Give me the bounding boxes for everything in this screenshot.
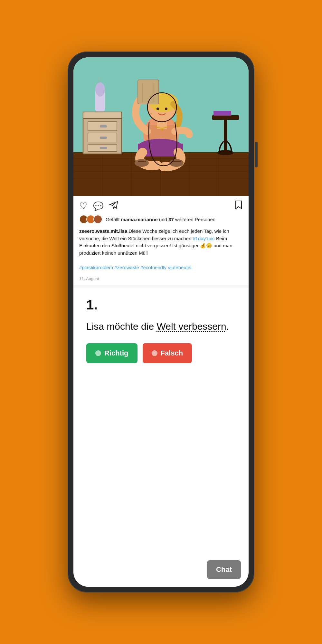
phone-screen: ♡ 💬	[73, 57, 249, 587]
svg-rect-22	[224, 120, 227, 152]
svg-point-41	[161, 129, 163, 131]
post-actions-bar: ♡ 💬	[73, 196, 249, 215]
quiz-area: 1. Lisa möchte die Welt verbessern. Rich…	[73, 288, 249, 587]
falsch-label: Falsch	[161, 349, 183, 357]
likes-text: Gefällt mama.marianne und 37 weiteren Pe…	[106, 217, 215, 222]
post-caption: zeeero.waste.mit.lisa Diese Woche zeige …	[73, 226, 249, 274]
chat-button[interactable]: Chat	[207, 560, 241, 579]
svg-point-36	[135, 159, 149, 167]
falsch-button[interactable]: Falsch	[143, 343, 192, 363]
chat-button-container: Chat	[207, 560, 241, 579]
section-divider	[73, 285, 249, 288]
svg-point-20	[95, 82, 105, 97]
svg-rect-12	[83, 112, 122, 118]
post-image	[73, 57, 249, 196]
bookmark-icon[interactable]	[234, 200, 243, 212]
heart-icon[interactable]: ♡	[79, 202, 87, 211]
falsch-dot	[152, 350, 157, 356]
richtig-dot	[95, 350, 101, 356]
question-number: 1.	[86, 297, 236, 313]
svg-rect-21	[212, 115, 239, 120]
svg-rect-18	[100, 147, 107, 149]
svg-rect-33	[138, 80, 159, 104]
question-text: Lisa möchte die Welt verbessern.	[86, 319, 236, 334]
post-date: 11. August	[73, 274, 249, 285]
share-icon[interactable]	[109, 201, 118, 211]
avatar-3	[93, 215, 102, 224]
avatar-group	[79, 215, 102, 224]
svg-rect-14	[100, 125, 107, 128]
phone-frame: ♡ 💬	[68, 52, 254, 592]
comment-icon[interactable]: 💬	[93, 202, 103, 210]
post-username[interactable]: zeeero.waste.mit.lisa	[79, 228, 127, 234]
likes-row: Gefällt mama.marianne und 37 weiteren Pe…	[73, 215, 249, 226]
svg-rect-24	[213, 111, 231, 116]
richtig-button[interactable]: Richtig	[86, 343, 137, 363]
answer-buttons: Richtig Falsch	[86, 343, 236, 363]
svg-rect-16	[100, 137, 107, 139]
svg-point-29	[165, 108, 167, 110]
richtig-label: Richtig	[104, 349, 128, 357]
likes-count: 37	[168, 217, 174, 222]
question-underline: Welt verbessern	[156, 321, 226, 332]
post-hashtags[interactable]: #plastikproblem #zerowaste #ecofriendly …	[79, 265, 192, 270]
svg-point-28	[156, 108, 159, 110]
hashtag-1day1pic[interactable]: #1day1pic	[193, 236, 214, 241]
post-action-buttons-left: ♡ 💬	[79, 201, 118, 211]
likes-username[interactable]: mama.marianne	[121, 217, 158, 222]
